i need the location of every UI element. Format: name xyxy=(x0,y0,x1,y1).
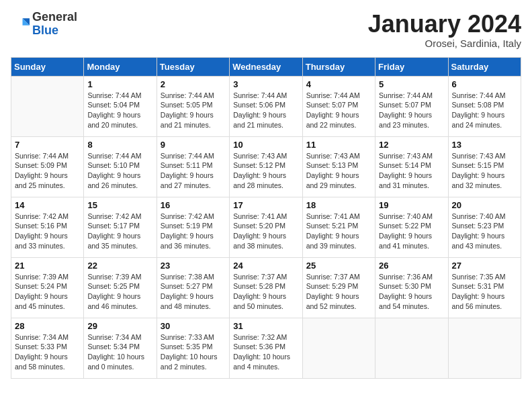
calendar-cell: 18Sunrise: 7:41 AMSunset: 5:21 PMDayligh… xyxy=(302,197,375,257)
day-number: 22 xyxy=(87,261,152,271)
day-info: Sunrise: 7:33 AMSunset: 5:35 PMDaylight:… xyxy=(161,332,226,372)
calendar-cell: 9Sunrise: 7:44 AMSunset: 5:11 PMDaylight… xyxy=(157,136,229,197)
day-info: Sunrise: 7:44 AMSunset: 5:11 PMDaylight:… xyxy=(161,151,226,191)
day-info: Sunrise: 7:44 AMSunset: 5:07 PMDaylight:… xyxy=(306,91,371,130)
calendar-cell xyxy=(11,76,84,136)
day-number: 13 xyxy=(452,140,517,150)
weekday-header: Sunday xyxy=(11,57,84,76)
day-number: 27 xyxy=(452,261,517,271)
calendar-cell: 14Sunrise: 7:42 AMSunset: 5:16 PMDayligh… xyxy=(11,197,84,257)
day-info: Sunrise: 7:42 AMSunset: 5:17 PMDaylight:… xyxy=(87,212,152,251)
day-info: Sunrise: 7:44 AMSunset: 5:10 PMDaylight:… xyxy=(87,151,152,191)
day-number: 19 xyxy=(379,200,444,210)
day-number: 5 xyxy=(379,79,444,89)
calendar-week-row: 14Sunrise: 7:42 AMSunset: 5:16 PMDayligh… xyxy=(11,197,521,257)
day-number: 1 xyxy=(87,79,152,89)
day-number: 28 xyxy=(15,321,80,331)
day-number: 17 xyxy=(233,200,298,210)
day-number: 12 xyxy=(379,140,444,150)
calendar-cell: 30Sunrise: 7:33 AMSunset: 5:35 PMDayligh… xyxy=(157,318,229,378)
calendar-cell: 10Sunrise: 7:43 AMSunset: 5:12 PMDayligh… xyxy=(230,136,302,197)
day-info: Sunrise: 7:36 AMSunset: 5:30 PMDaylight:… xyxy=(379,272,444,312)
weekday-header: Friday xyxy=(375,57,448,76)
calendar-cell: 21Sunrise: 7:39 AMSunset: 5:24 PMDayligh… xyxy=(11,257,84,318)
day-number: 9 xyxy=(161,140,226,150)
calendar-cell: 8Sunrise: 7:44 AMSunset: 5:10 PMDaylight… xyxy=(84,136,157,197)
calendar-week-row: 7Sunrise: 7:44 AMSunset: 5:09 PMDaylight… xyxy=(11,136,521,197)
calendar-week-row: 28Sunrise: 7:34 AMSunset: 5:33 PMDayligh… xyxy=(11,318,521,378)
calendar-table: SundayMondayTuesdayWednesdayThursdayFrid… xyxy=(11,57,521,379)
calendar-week-row: 21Sunrise: 7:39 AMSunset: 5:24 PMDayligh… xyxy=(11,257,521,318)
calendar-cell: 16Sunrise: 7:42 AMSunset: 5:19 PMDayligh… xyxy=(157,197,229,257)
calendar-cell: 17Sunrise: 7:41 AMSunset: 5:20 PMDayligh… xyxy=(230,197,302,257)
day-number: 3 xyxy=(233,79,298,89)
day-info: Sunrise: 7:44 AMSunset: 5:05 PMDaylight:… xyxy=(161,91,226,130)
day-info: Sunrise: 7:34 AMSunset: 5:34 PMDaylight:… xyxy=(87,332,152,372)
calendar-cell xyxy=(448,318,521,378)
day-info: Sunrise: 7:39 AMSunset: 5:24 PMDaylight:… xyxy=(15,272,80,312)
day-number: 20 xyxy=(452,200,517,210)
day-info: Sunrise: 7:44 AMSunset: 5:06 PMDaylight:… xyxy=(233,91,298,130)
calendar-cell: 2Sunrise: 7:44 AMSunset: 5:05 PMDaylight… xyxy=(157,76,229,136)
page-header: General Blue January 2024 Orosei, Sardin… xyxy=(11,11,521,49)
day-info: Sunrise: 7:40 AMSunset: 5:23 PMDaylight:… xyxy=(452,212,517,251)
day-number: 25 xyxy=(306,261,371,271)
weekday-header-row: SundayMondayTuesdayWednesdayThursdayFrid… xyxy=(11,57,521,76)
day-info: Sunrise: 7:42 AMSunset: 5:19 PMDaylight:… xyxy=(161,212,226,251)
calendar-cell: 31Sunrise: 7:32 AMSunset: 5:36 PMDayligh… xyxy=(230,318,302,378)
weekday-header: Monday xyxy=(84,57,157,76)
weekday-header: Thursday xyxy=(302,57,375,76)
day-number: 11 xyxy=(306,140,371,150)
weekday-header: Wednesday xyxy=(230,57,302,76)
weekday-header: Tuesday xyxy=(157,57,229,76)
day-info: Sunrise: 7:43 AMSunset: 5:12 PMDaylight:… xyxy=(233,151,298,191)
day-info: Sunrise: 7:44 AMSunset: 5:04 PMDaylight:… xyxy=(87,91,152,130)
calendar-title: January 2024 xyxy=(368,11,521,38)
day-info: Sunrise: 7:41 AMSunset: 5:20 PMDaylight:… xyxy=(233,212,298,251)
day-info: Sunrise: 7:37 AMSunset: 5:29 PMDaylight:… xyxy=(306,272,371,312)
day-number: 4 xyxy=(306,79,371,89)
day-info: Sunrise: 7:41 AMSunset: 5:21 PMDaylight:… xyxy=(306,212,371,251)
day-number: 29 xyxy=(87,321,152,331)
calendar-cell: 1Sunrise: 7:44 AMSunset: 5:04 PMDaylight… xyxy=(84,76,157,136)
day-info: Sunrise: 7:37 AMSunset: 5:28 PMDaylight:… xyxy=(233,272,298,312)
day-info: Sunrise: 7:44 AMSunset: 5:09 PMDaylight:… xyxy=(15,151,80,191)
day-number: 7 xyxy=(15,140,80,150)
day-number: 21 xyxy=(15,261,80,271)
calendar-cell: 19Sunrise: 7:40 AMSunset: 5:22 PMDayligh… xyxy=(375,197,448,257)
day-number: 10 xyxy=(233,140,298,150)
weekday-header: Saturday xyxy=(448,57,521,76)
calendar-cell: 24Sunrise: 7:37 AMSunset: 5:28 PMDayligh… xyxy=(230,257,302,318)
day-number: 15 xyxy=(87,200,152,210)
day-number: 2 xyxy=(161,79,226,89)
day-info: Sunrise: 7:32 AMSunset: 5:36 PMDaylight:… xyxy=(233,332,298,372)
day-info: Sunrise: 7:43 AMSunset: 5:13 PMDaylight:… xyxy=(306,151,371,191)
day-info: Sunrise: 7:39 AMSunset: 5:25 PMDaylight:… xyxy=(87,272,152,312)
logo-blue: Blue xyxy=(32,24,58,37)
calendar-cell: 26Sunrise: 7:36 AMSunset: 5:30 PMDayligh… xyxy=(375,257,448,318)
calendar-cell: 6Sunrise: 7:44 AMSunset: 5:08 PMDaylight… xyxy=(448,76,521,136)
day-number: 26 xyxy=(379,261,444,271)
calendar-cell xyxy=(375,318,448,378)
calendar-cell: 25Sunrise: 7:37 AMSunset: 5:29 PMDayligh… xyxy=(302,257,375,318)
day-info: Sunrise: 7:34 AMSunset: 5:33 PMDaylight:… xyxy=(15,332,80,372)
day-number: 23 xyxy=(161,261,226,271)
calendar-cell: 27Sunrise: 7:35 AMSunset: 5:31 PMDayligh… xyxy=(448,257,521,318)
day-number: 16 xyxy=(161,200,226,210)
calendar-week-row: 1Sunrise: 7:44 AMSunset: 5:04 PMDaylight… xyxy=(11,76,521,136)
calendar-cell: 15Sunrise: 7:42 AMSunset: 5:17 PMDayligh… xyxy=(84,197,157,257)
logo: General Blue xyxy=(11,11,77,38)
day-number: 6 xyxy=(452,79,517,89)
day-info: Sunrise: 7:38 AMSunset: 5:27 PMDaylight:… xyxy=(161,272,226,312)
calendar-cell: 23Sunrise: 7:38 AMSunset: 5:27 PMDayligh… xyxy=(157,257,229,318)
day-number: 14 xyxy=(15,200,80,210)
logo-text: General Blue xyxy=(32,11,77,38)
day-number: 8 xyxy=(87,140,152,150)
day-info: Sunrise: 7:43 AMSunset: 5:14 PMDaylight:… xyxy=(379,151,444,191)
day-info: Sunrise: 7:44 AMSunset: 5:08 PMDaylight:… xyxy=(452,91,517,130)
day-number: 31 xyxy=(233,321,298,331)
title-block: January 2024 Orosei, Sardinia, Italy xyxy=(368,11,521,49)
calendar-cell: 4Sunrise: 7:44 AMSunset: 5:07 PMDaylight… xyxy=(302,76,375,136)
calendar-cell: 29Sunrise: 7:34 AMSunset: 5:34 PMDayligh… xyxy=(84,318,157,378)
calendar-cell: 3Sunrise: 7:44 AMSunset: 5:06 PMDaylight… xyxy=(230,76,302,136)
